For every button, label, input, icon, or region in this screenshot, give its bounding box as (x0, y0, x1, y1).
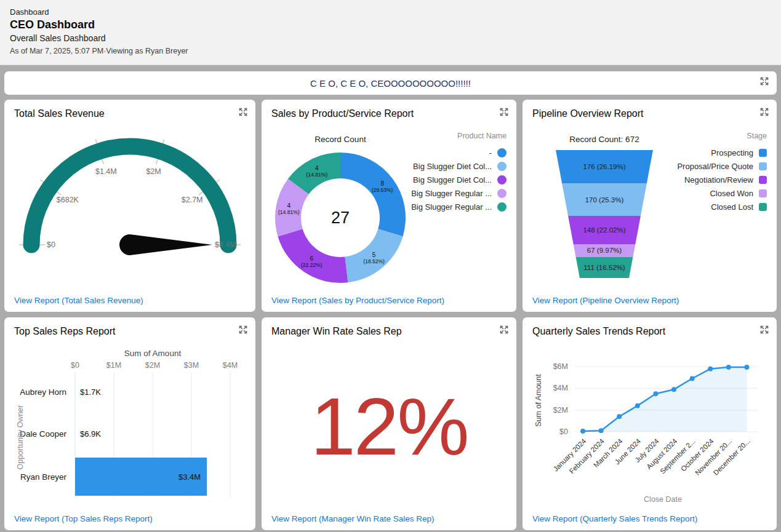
panel-manager-win-rate: Manager Win Rate Sales Rep 12% View Repo… (262, 317, 516, 530)
legend-item[interactable]: Big Slugger Regular ... (411, 200, 507, 213)
chart-axis-title: Record Count (269, 134, 412, 145)
svg-text:$0: $0 (71, 361, 79, 370)
svg-text:$3.4M: $3.4M (215, 240, 236, 249)
bar-chart[interactable]: Sum of Amount$0$1M$2M$3M$4MAubrey Horn$1… (14, 348, 250, 506)
svg-text:Close Date: Close Date (644, 495, 682, 504)
legend-swatch (759, 203, 767, 211)
expand-icon[interactable] (499, 325, 509, 335)
legend-swatch (759, 149, 767, 157)
panel-title: Manager Win Rate Sales Rep (271, 326, 402, 337)
legend-label: Big Slugger Diet Col... (413, 175, 492, 185)
legend-label: Negotiation/Review (684, 175, 753, 185)
panel-title: Sales by Product/Service Report (271, 108, 414, 119)
panel-title: Total Sales Revenue (14, 108, 105, 119)
donut-chart[interactable]: Record Count 8(29.63%)5(18.52%)6(22.22%)… (269, 134, 412, 290)
svg-text:$1M: $1M (106, 361, 121, 370)
legend-swatch (759, 176, 767, 184)
panel-title: Pipeline Overview Report (532, 108, 644, 119)
legend-title: Product Name (411, 132, 507, 140)
legend-item[interactable]: Closed Lost (677, 200, 767, 213)
legend-swatch (497, 189, 507, 198)
svg-text:27: 27 (331, 208, 350, 227)
view-report-link[interactable]: View Report (Sales by Product/Service Re… (271, 296, 444, 305)
panel-total-sales-revenue: Total Sales Revenue $682K$1.4M$2M$2.7M$0… (4, 100, 255, 312)
panel-title: Top Sales Reps Report (14, 326, 116, 337)
svg-text:$1.4M: $1.4M (95, 167, 117, 176)
legend-label: Closed Lost (711, 202, 753, 212)
legend-item[interactable]: Big Slugger Diet Col... (411, 173, 507, 186)
view-report-link[interactable]: View Report (Top Sales Reps Report) (14, 514, 153, 523)
legend-swatch (497, 175, 507, 185)
legend-item[interactable]: Big Slugger Regular ... (411, 186, 507, 200)
line-chart[interactable]: $0$2M$4M$6MJanuary 2024February 2024Marc… (532, 348, 767, 530)
breadcrumb[interactable]: Dashboard (10, 7, 771, 17)
legend-title: Stage (677, 132, 767, 140)
funnel-legend: StageProspectingProposal/Price QuoteNego… (677, 132, 767, 213)
chart-axis-title: Record Count: 672 (533, 134, 676, 145)
legend-item[interactable]: - (411, 146, 507, 159)
svg-text:$682K: $682K (57, 196, 79, 204)
legend-swatch (759, 162, 767, 170)
dashboard-grid: Total Sales Revenue $682K$1.4M$2M$2.7M$0… (0, 95, 781, 530)
svg-text:$0: $0 (47, 240, 55, 249)
donut-legend: Product Name-Big Slugger Diet Col...Big … (411, 132, 507, 213)
svg-text:Sum of Amount: Sum of Amount (124, 349, 182, 358)
svg-text:148 (22.02%): 148 (22.02%) (583, 226, 625, 234)
expand-icon[interactable] (759, 76, 769, 86)
as-of-meta: As of Mar 7, 2025, 5:07 PM·Viewing as Ry… (10, 46, 771, 57)
legend-item[interactable]: Negotiation/Review (677, 173, 767, 186)
dashboard-header: Dashboard CEO Dashboard Overall Sales Da… (0, 0, 781, 65)
legend-item[interactable]: Big Slugger Diet Col... (411, 159, 507, 173)
svg-text:$2.7M: $2.7M (182, 196, 203, 204)
svg-text:111 (16.52%): 111 (16.52%) (583, 264, 625, 271)
legend-swatch (759, 189, 767, 197)
svg-text:$4M: $4M (223, 361, 238, 370)
svg-text:Opportunity Owner: Opportunity Owner (16, 405, 25, 470)
legend-swatch (497, 148, 507, 157)
view-report-link[interactable]: View Report (Pipeline Overview Report) (532, 296, 679, 305)
page-title: CEO Dashboard (10, 17, 771, 32)
legend-label: - (489, 148, 492, 157)
svg-text:$2M: $2M (553, 406, 568, 415)
legend-label: Big Slugger Regular ... (411, 202, 492, 212)
expand-icon[interactable] (759, 107, 769, 117)
legend-label: Closed Won (710, 189, 753, 198)
banner-widget: C E O, C E O, CEOOOOOOOOOO!!!!!! (4, 71, 777, 95)
svg-text:$6M: $6M (553, 362, 568, 371)
svg-text:176 (26.19%): 176 (26.19%) (583, 163, 625, 170)
expand-icon[interactable] (238, 107, 248, 117)
legend-swatch (497, 162, 507, 171)
svg-text:Ryan Breyer: Ryan Breyer (20, 472, 67, 482)
legend-label: Prospecting (711, 148, 753, 157)
gauge-chart[interactable]: $682K$1.4M$2M$2.7M$0$3.4M (4, 127, 255, 265)
panel-title: Quarterly Sales Trends Report (532, 326, 665, 337)
svg-text:67 (9.97%): 67 (9.97%) (587, 247, 622, 254)
expand-icon[interactable] (759, 325, 769, 335)
legend-item[interactable]: Prospecting (677, 146, 767, 159)
svg-text:Aubrey Horn: Aubrey Horn (20, 387, 66, 397)
page-subtitle: Overall Sales Dashboard (10, 33, 771, 44)
panel-top-sales-reps: Top Sales Reps Report Sum of Amount$0$1M… (4, 317, 255, 530)
metric-value: 12% (262, 344, 516, 508)
svg-text:Dale Cooper: Dale Cooper (20, 429, 66, 439)
svg-text:$3.4M: $3.4M (178, 472, 201, 482)
view-report-link[interactable]: View Report (Total Sales Revenue) (14, 296, 143, 305)
funnel-chart[interactable]: Record Count: 672 176 (26.19%)170 (25.3%… (533, 134, 676, 284)
legend-item[interactable]: Proposal/Price Quote (677, 159, 767, 173)
legend-label: Big Slugger Regular ... (411, 189, 492, 198)
expand-icon[interactable] (499, 107, 509, 117)
legend-item[interactable]: Closed Won (677, 186, 767, 200)
panel-quarterly-sales-trends: Quarterly Sales Trends Report $0$2M$4M$6… (523, 317, 777, 530)
expand-icon[interactable] (238, 325, 248, 335)
legend-swatch (497, 202, 507, 212)
svg-text:Sum of Amount: Sum of Amount (534, 374, 543, 427)
svg-text:$1.7K: $1.7K (80, 387, 101, 397)
legend-label: Big Slugger Diet Col... (413, 162, 492, 171)
svg-text:$3M: $3M (184, 361, 199, 370)
svg-text:$2M: $2M (145, 361, 160, 370)
svg-text:170 (25.3%): 170 (25.3%) (585, 196, 624, 204)
svg-text:$4M: $4M (553, 384, 568, 392)
view-report-link[interactable]: View Report (Quarterly Sales Trends Repo… (532, 514, 697, 523)
banner-text: C E O, C E O, CEOOOOOOOOOO!!!!!! (310, 78, 471, 89)
view-report-link[interactable]: View Report (Manager Win Rate Sales Rep) (271, 514, 435, 523)
